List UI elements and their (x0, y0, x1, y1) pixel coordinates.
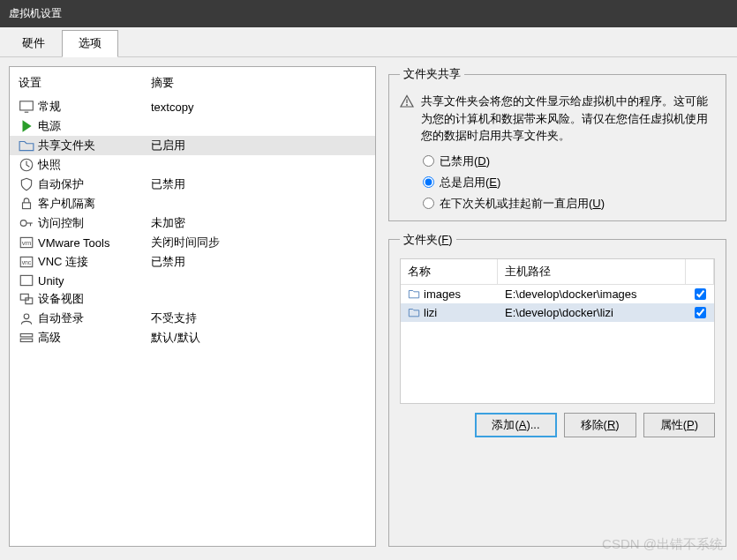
svg-rect-0 (20, 101, 34, 110)
item-label: 自动登录 (38, 310, 151, 326)
table-header: 名称 主机路径 (401, 259, 714, 285)
item-label: VMware Tools (38, 236, 151, 250)
unity-icon (19, 273, 34, 287)
radio-disabled[interactable]: 已禁用(D) (423, 153, 715, 169)
svg-point-14 (24, 314, 29, 319)
folders-group: 文件夹(F) 名称 主机路径 images E:\develop\docker\… (388, 232, 726, 548)
item-label: VNC 连接 (38, 254, 151, 270)
radio-always[interactable]: 总是启用(E) (423, 175, 715, 190)
shield-icon (19, 177, 34, 191)
folders-legend: 文件夹(F) (400, 232, 456, 248)
list-item[interactable]: 客户机隔离 (10, 194, 375, 213)
table-row[interactable]: lizi E:\develop\docker\lizi (401, 303, 714, 322)
th-name[interactable]: 名称 (401, 259, 498, 284)
item-label: 快照 (38, 157, 151, 173)
item-label: Unity (38, 274, 151, 287)
list-item[interactable]: 高级 默认/默认 (10, 328, 375, 347)
right-panel: 文件夹共享 共享文件夹会将您的文件显示给虚拟机中的程序。这可能为您的计算机和数据… (388, 66, 728, 547)
svg-rect-15 (20, 334, 33, 337)
list-item[interactable]: 快照 (10, 155, 375, 175)
settings-list: 设置 摘要 常规 textcopy 电源 共享文件夹 已启用 快照 自动保护 已… (9, 66, 376, 547)
item-summary: 已启用 (151, 138, 185, 153)
sharing-legend: 文件夹共享 (400, 66, 464, 82)
cell-name: lizi (401, 303, 498, 322)
titlebar: 虚拟机设置 (0, 0, 737, 27)
folder-share-icon (19, 138, 34, 153)
window-title: 虚拟机设置 (9, 6, 62, 21)
monitor-icon (19, 100, 34, 114)
item-label: 访问控制 (38, 215, 151, 231)
radio-always-input[interactable] (423, 176, 434, 188)
th-path[interactable]: 主机路径 (498, 259, 686, 284)
play-icon (19, 119, 34, 133)
item-label: 客户机隔离 (38, 196, 151, 212)
tab-options[interactable]: 选项 (62, 30, 118, 57)
tab-hardware[interactable]: 硬件 (5, 30, 62, 56)
cell-check (686, 286, 714, 302)
item-summary: 默认/默认 (151, 330, 200, 346)
item-summary: textcopy (151, 101, 193, 114)
svg-rect-3 (23, 203, 31, 209)
settings-header: 设置 摘要 (10, 67, 375, 97)
item-summary: 已禁用 (151, 176, 185, 192)
autologin-icon (19, 311, 34, 325)
svg-text:vm: vm (22, 239, 32, 247)
clock-icon (19, 158, 34, 172)
item-label: 共享文件夹 (38, 138, 151, 153)
svg-text:vnc: vnc (22, 259, 32, 265)
header-setting: 设置 (19, 75, 151, 91)
cell-name: images (401, 285, 498, 303)
vnc-icon: vnc (19, 255, 34, 269)
list-item[interactable]: 访问控制 未加密 (10, 213, 375, 233)
vm-icon: vm (19, 235, 34, 250)
radio-disabled-input[interactable] (423, 155, 434, 167)
svg-point-4 (20, 220, 26, 227)
list-item[interactable]: 电源 (10, 116, 375, 136)
cell-path: E:\develop\docker\lizi (498, 303, 686, 322)
item-summary: 已禁用 (151, 254, 185, 270)
svg-rect-16 (20, 339, 33, 341)
header-summary: 摘要 (151, 75, 174, 91)
lock-icon (19, 197, 34, 211)
item-label: 常规 (38, 99, 151, 115)
list-item[interactable]: 自动登录 不受支持 (10, 309, 375, 328)
radio-until[interactable]: 在下次关机或挂起前一直启用(U) (423, 196, 715, 212)
properties-button[interactable]: 属性(P) (643, 413, 715, 437)
row-checkbox[interactable] (695, 307, 706, 318)
item-label: 高级 (38, 330, 151, 346)
item-summary: 关闭时间同步 (151, 235, 220, 250)
warning-row: 共享文件夹会将您的文件显示给虚拟机中的程序。这可能为您的计算机和数据带来风险。请… (400, 93, 715, 145)
folder-icon (408, 306, 420, 318)
sharing-group: 文件夹共享 共享文件夹会将您的文件显示给虚拟机中的程序。这可能为您的计算机和数据… (388, 66, 726, 221)
remove-button[interactable]: 移除(R) (564, 413, 636, 437)
row-checkbox[interactable] (695, 288, 706, 300)
folders-table: 名称 主机路径 images E:\develop\docker\images … (400, 258, 715, 404)
tabs: 硬件 选项 (0, 27, 737, 57)
item-label: 自动保护 (38, 176, 151, 192)
cell-path: E:\develop\docker\images (498, 285, 686, 303)
key-icon (19, 216, 34, 230)
radio-until-input[interactable] (423, 198, 434, 209)
devices-icon (19, 292, 34, 306)
button-row: 添加(A)... 移除(R) 属性(P) (400, 413, 715, 437)
warning-text: 共享文件夹会将您的文件显示给虚拟机中的程序。这可能为您的计算机和数据带来风险。请… (421, 93, 715, 145)
table-row[interactable]: images E:\develop\docker\images (401, 285, 714, 303)
th-check (686, 259, 714, 284)
list-item[interactable]: vm VMware Tools 关闭时间同步 (10, 233, 375, 252)
item-summary: 未加密 (151, 215, 185, 231)
folder-icon (408, 287, 420, 300)
item-label: 电源 (38, 118, 151, 134)
radio-group: 已禁用(D) 总是启用(E) 在下次关机或挂起前一直启用(U) (400, 153, 715, 212)
list-item[interactable]: 设备视图 (10, 289, 375, 309)
list-item[interactable]: Unity (10, 272, 375, 289)
add-button[interactable]: 添加(A)... (475, 413, 556, 437)
list-item[interactable]: 常规 textcopy (10, 97, 375, 116)
list-item[interactable]: 共享文件夹 已启用 (10, 136, 375, 155)
main-content: 设置 摘要 常规 textcopy 电源 共享文件夹 已启用 快照 自动保护 已… (0, 57, 737, 556)
svg-rect-11 (20, 275, 33, 285)
list-item[interactable]: vnc VNC 连接 已禁用 (10, 252, 375, 272)
warning-icon (400, 94, 414, 108)
cell-check (686, 304, 714, 321)
list-item[interactable]: 自动保护 已禁用 (10, 175, 375, 194)
item-label: 设备视图 (38, 291, 151, 307)
